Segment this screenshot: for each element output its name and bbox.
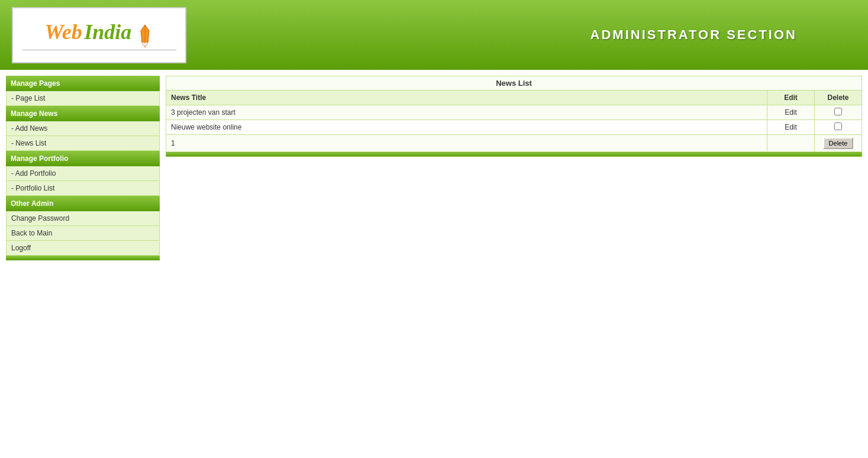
col-header-news-title: News Title (166, 91, 767, 105)
logo-box: Web India (12, 7, 186, 63)
news-list-title: News List (166, 76, 862, 91)
delete-checkbox[interactable] (834, 122, 842, 130)
table-footer-row (166, 152, 862, 157)
manage-portfolio-header: Manage Portfolio (6, 151, 160, 166)
edit-link[interactable]: Edit (785, 123, 797, 131)
logo-web: Web (44, 20, 82, 44)
header: Web India ADMINISTRATOR SECTION (0, 0, 868, 70)
delete-cell (815, 105, 862, 120)
sidebar-item-news-list[interactable]: - News List (6, 136, 160, 151)
table-row: 3 projecten van startEdit (166, 105, 862, 120)
edit-cell: Edit (767, 120, 815, 135)
news-tbody: 3 projecten van startEditNieuwe website … (166, 105, 862, 157)
pen-icon (136, 25, 154, 49)
main-content: News List News Title Edit Delete 3 proje… (166, 76, 862, 157)
news-title-cell: 1 (166, 135, 767, 152)
manage-news-header: Manage News (6, 106, 160, 121)
sidebar: Manage Pages - Page List Manage News - A… (6, 76, 160, 260)
logo-container: Web India (22, 20, 176, 51)
admin-title: ADMINISTRATOR SECTION (591, 27, 797, 43)
other-admin-header: Other Admin (6, 196, 160, 211)
news-title-cell: Nieuwe website online (166, 120, 767, 135)
sidebar-item-add-portfolio[interactable]: - Add Portfolio (6, 166, 160, 181)
sidebar-item-change-password[interactable]: Change Password (6, 211, 160, 226)
logo-india: India (84, 20, 131, 44)
news-table: News List News Title Edit Delete 3 proje… (166, 76, 862, 157)
news-title-cell: 3 projecten van start (166, 105, 767, 120)
sidebar-item-portfolio-list[interactable]: - Portfolio List (6, 181, 160, 196)
logo-text: Web India (44, 20, 153, 49)
table-row: 1Delete (166, 135, 862, 152)
sidebar-bottom-bar (6, 256, 160, 260)
delete-cell (815, 120, 862, 135)
layout: Manage Pages - Page List Manage News - A… (0, 70, 868, 266)
delete-checkbox[interactable] (834, 108, 842, 115)
col-header-delete: Delete (815, 91, 862, 105)
edit-cell (767, 135, 815, 152)
sidebar-item-page-list[interactable]: - Page List (6, 91, 160, 106)
edit-cell: Edit (767, 105, 815, 120)
delete-button[interactable]: Delete (823, 137, 854, 149)
delete-cell: Delete (815, 135, 862, 152)
manage-pages-header: Manage Pages (6, 76, 160, 91)
table-footer-cell (166, 152, 862, 157)
sidebar-item-back-to-main[interactable]: Back to Main (6, 226, 160, 241)
logo-underline (22, 50, 176, 50)
table-row: Nieuwe website onlineEdit (166, 120, 862, 135)
sidebar-item-add-news[interactable]: - Add News (6, 121, 160, 136)
sidebar-item-logoff[interactable]: Logoff (6, 241, 160, 256)
col-header-edit: Edit (767, 91, 815, 105)
edit-link[interactable]: Edit (785, 108, 797, 117)
